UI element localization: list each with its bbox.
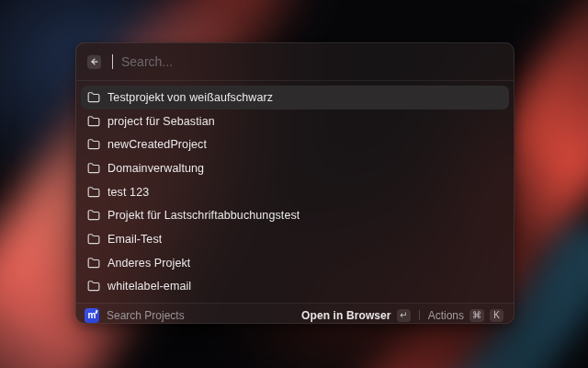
footer-separator [419,310,420,320]
arrow-left-icon [90,57,99,66]
results-list: Testprojekt von weißaufschwarz project f… [76,81,514,303]
command-name-label: Search Projects [107,309,185,322]
command-palette: Testprojekt von weißaufschwarz project f… [75,42,514,324]
mittwald-logo-icon: m [85,308,99,323]
folder-icon [87,138,100,151]
folder-icon [87,257,100,270]
search-bar [76,43,514,81]
list-item[interactable]: Domainverwaltung [81,156,509,180]
list-item[interactable]: Anderes Projekt [81,251,509,275]
list-item-label: Anderes Projekt [107,257,190,270]
open-in-browser-label: Open in Browser [301,309,391,322]
footer-actions: Open in Browser ↵ Actions ⌘ K [300,307,505,324]
command-key-icon: ⌘ [469,309,484,322]
list-item-label: test 123 [107,186,149,199]
open-in-browser-button[interactable]: Open in Browser ↵ [300,307,413,324]
folder-icon [87,209,100,222]
folder-icon [87,115,100,128]
actions-label: Actions [428,309,464,322]
folder-icon [87,280,100,293]
actions-button[interactable]: Actions ⌘ K [426,307,505,324]
list-item[interactable]: Testprojekt von weißaufschwarz [81,86,509,109]
back-button[interactable] [87,55,101,69]
folder-icon [87,91,100,104]
search-input[interactable] [121,54,503,69]
k-key-icon: K [490,309,503,322]
list-item[interactable]: Projekt für Lastschriftabbuchungstest [81,203,509,227]
list-item-label: Testprojekt von weißaufschwarz [107,91,273,104]
folder-icon [87,186,100,199]
list-item[interactable]: newCreatedProject [81,132,509,156]
list-item-label: Domainverwaltung [107,162,204,175]
list-item[interactable]: test 123 [81,180,509,204]
list-item-label: Projekt für Lastschriftabbuchungstest [107,209,300,222]
list-item[interactable]: project für Sebastian [81,109,509,133]
folder-icon [87,233,100,246]
list-item[interactable]: Email-Test [81,227,509,251]
list-item[interactable]: whitelabel-email [81,275,509,299]
list-item-label: Email-Test [107,233,162,246]
list-item-label: project für Sebastian [107,115,215,128]
folder-icon [87,162,100,175]
screen: Testprojekt von weißaufschwarz project f… [0,0,588,368]
list-item-label: newCreatedProject [107,138,207,151]
palette-footer: m Search Projects Open in Browser ↵ Acti… [76,303,514,324]
list-item-label: whitelabel-email [107,280,191,293]
text-caret [112,54,113,69]
enter-key-icon: ↵ [397,309,411,322]
